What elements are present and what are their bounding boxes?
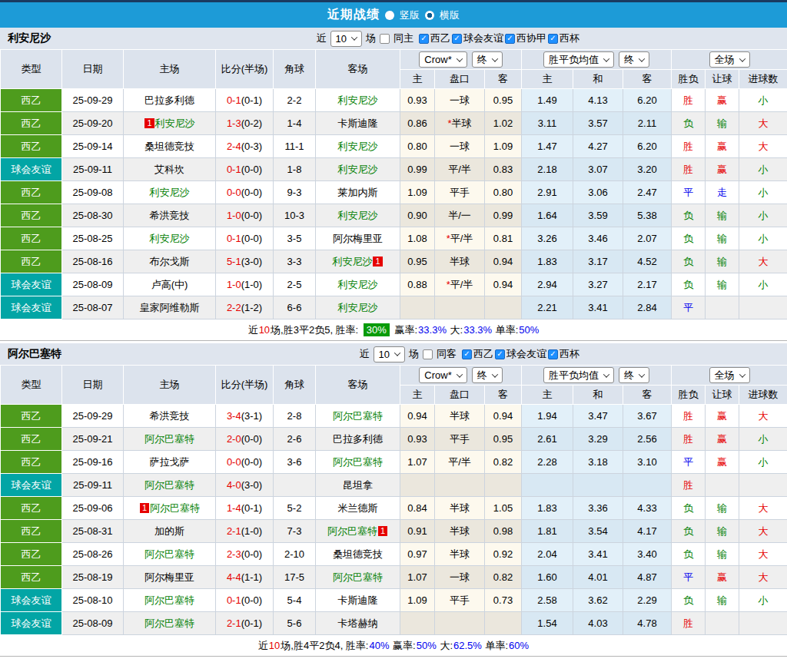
- league-label[interactable]: 西乙: [430, 31, 450, 45]
- home-odds: 1.09: [400, 181, 435, 204]
- score: 1-4(0-1): [216, 497, 274, 520]
- league-checkbox[interactable]: ✓: [548, 34, 558, 44]
- goals-result: 大: [739, 566, 787, 589]
- sub-away-mean: 客: [623, 70, 672, 89]
- match-row: 球会友谊25-08-09阿尔巴塞特2-1(0-1)5-6卡塔赫纳1.544.03…: [1, 612, 787, 635]
- draw-mean-odds: 3.41: [573, 296, 623, 319]
- league-label[interactable]: 西乙: [473, 347, 493, 361]
- match-count-select[interactable]: 10: [374, 346, 405, 362]
- home-odds: 0.84: [400, 497, 435, 520]
- home-team: 加的斯: [124, 520, 216, 543]
- summary-segment: 近: [258, 639, 268, 653]
- league-label[interactable]: 西杯: [560, 347, 579, 361]
- handicap-label: 半球: [450, 410, 470, 422]
- halftime-score: (3-0): [241, 256, 262, 267]
- horizontal-layout-label[interactable]: 横版: [440, 8, 460, 22]
- chevron-down-icon: [456, 55, 462, 61]
- result-outcome: 胜: [672, 89, 706, 112]
- sub-handicap: 盘口: [435, 70, 485, 89]
- odds-term-select[interactable]: 终: [472, 367, 503, 383]
- match-type: 球会友谊: [1, 273, 62, 296]
- result-outcome: 负: [672, 112, 706, 135]
- handicap: 一球: [435, 566, 485, 589]
- team-label: 希洪竞技: [150, 210, 190, 221]
- same-side-label[interactable]: 同客: [437, 347, 457, 361]
- league-checkbox[interactable]: ✓: [548, 349, 558, 359]
- halftime-score: (0-1): [241, 502, 262, 514]
- mean-term-select[interactable]: 终: [619, 51, 649, 68]
- away-mean-odds: 2.17: [623, 273, 672, 296]
- match-type: 西乙: [1, 181, 62, 204]
- match-date: 25-09-21: [62, 428, 124, 451]
- sub-away-mean: 客: [623, 386, 672, 405]
- home-mean-odds: 1.54: [522, 612, 573, 635]
- corner-count: 1-8: [274, 158, 316, 181]
- mean-term-select[interactable]: 终: [619, 367, 649, 383]
- league-checkbox[interactable]: ✓: [419, 34, 429, 44]
- handicap: 平/半: [435, 158, 485, 181]
- away-mean-odds: 4.17: [623, 520, 672, 543]
- score: 1-3(0-2): [216, 112, 274, 135]
- filters-1: 近 10 场 同主 ✓西乙✓球会友谊✓西协甲✓西杯: [317, 28, 579, 49]
- league-checkbox[interactable]: ✓: [505, 34, 515, 44]
- fulltime-score: 2-1: [227, 617, 241, 629]
- team-label: 阿尔巴塞特: [144, 433, 194, 445]
- odds-company-select[interactable]: Crow*: [419, 367, 467, 383]
- same-side-checkbox[interactable]: [380, 34, 390, 44]
- league-label[interactable]: 球会友谊: [506, 347, 546, 361]
- home-team: 卢高(中): [124, 273, 216, 296]
- chevron-down-icon: [739, 371, 745, 377]
- result-outcome: 平: [672, 181, 706, 204]
- goals-result: 小: [739, 451, 787, 474]
- away-team: 卡塔赫纳: [316, 612, 400, 635]
- home-mean-odds: 2.61: [522, 428, 573, 451]
- match-row: 西乙25-09-14桑坦德竞技2-4(0-3)11-1利安尼沙0.80一球1.0…: [1, 135, 787, 158]
- goals-result: 小: [739, 227, 787, 250]
- league-checkbox[interactable]: ✓: [452, 34, 462, 44]
- match-type: 球会友谊: [1, 296, 62, 319]
- away-mean-odds: 3.10: [623, 451, 672, 474]
- match-date: 25-09-29: [62, 89, 124, 112]
- handicap: 平手: [435, 181, 485, 204]
- vertical-layout-label[interactable]: 竖版: [400, 8, 420, 22]
- fulltime-select[interactable]: 全场: [709, 367, 750, 383]
- match-count-select[interactable]: 10: [330, 31, 362, 47]
- same-side-label[interactable]: 同主: [394, 31, 413, 45]
- match-date: 25-08-10: [62, 589, 124, 612]
- handicap-label: 半/一: [448, 210, 471, 221]
- away-mean-odds: 4.52: [623, 250, 672, 273]
- handicap-label: 平手: [450, 433, 470, 445]
- team-label: 巴拉多利德: [144, 94, 194, 106]
- fulltime-score: 2-0: [227, 433, 241, 445]
- handicap-result: 走: [706, 181, 739, 204]
- mean-select[interactable]: 胜平负均值: [543, 367, 614, 383]
- vertical-layout-radio[interactable]: [385, 11, 394, 20]
- league-checkbox[interactable]: ✓: [462, 349, 472, 359]
- fulltime-select[interactable]: 全场: [709, 51, 750, 68]
- sub-draw-mean: 和: [573, 70, 623, 89]
- away-mean-odds: 2.11: [623, 112, 672, 135]
- league-label[interactable]: 西杯: [560, 31, 579, 45]
- draw-mean-odds: 3.36: [573, 497, 623, 520]
- games-label: 场: [409, 347, 419, 361]
- handicap-label: 平/半: [450, 233, 473, 244]
- odds-term-select[interactable]: 终: [472, 51, 503, 68]
- same-side-checkbox[interactable]: [423, 349, 433, 359]
- col-corner: 角球: [274, 50, 316, 89]
- match-row: 球会友谊25-09-11阿尔巴塞特4-0(3-0)昆坦拿胜: [1, 474, 787, 497]
- odds-company-select[interactable]: Crow*: [419, 51, 467, 68]
- summary-segment: 10: [259, 324, 270, 336]
- league-label[interactable]: 球会友谊: [463, 31, 503, 45]
- mean-select[interactable]: 胜平负均值: [543, 51, 614, 68]
- draw-mean-odds: 4.01: [573, 566, 623, 589]
- goals-result: [739, 296, 787, 319]
- away-odds: [485, 296, 522, 319]
- match-row: 西乙25-09-08利安尼沙0-0(0-0)9-3莱加内斯1.09平手0.802…: [1, 181, 787, 204]
- league-checkbox[interactable]: ✓: [495, 349, 505, 359]
- team-label: 桑坦德竞技: [144, 141, 194, 152]
- horizontal-layout-radio[interactable]: [425, 11, 434, 20]
- handicap-result: 赢: [706, 451, 739, 474]
- filters-2: 近 10 场 同客 ✓西乙✓球会友谊✓西杯: [360, 343, 579, 365]
- league-label[interactable]: 西协甲: [516, 31, 546, 45]
- handicap-label: 半球: [450, 256, 470, 267]
